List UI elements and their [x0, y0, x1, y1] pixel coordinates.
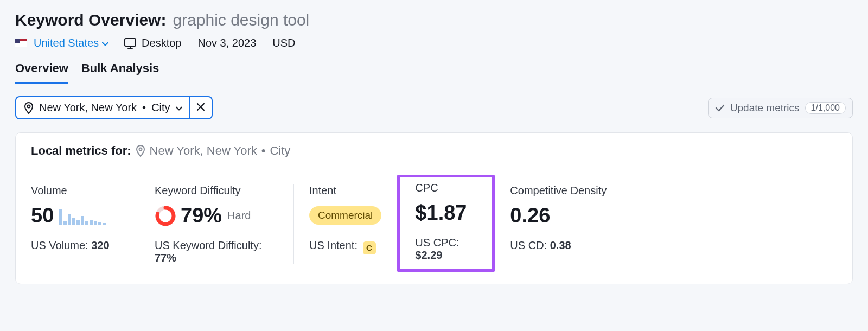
metric-keyword-difficulty: Keyword Difficulty 79% Hard US Keyword D… — [139, 184, 294, 264]
metric-sub-value: 77% — [155, 252, 176, 264]
intent-badge: C — [363, 241, 376, 254]
metric-sub-label: US Intent: — [309, 239, 361, 251]
svg-rect-6 — [72, 218, 75, 225]
metric-sub: US Intent: C — [309, 239, 381, 254]
metric-label: Competitive Density — [510, 184, 822, 197]
country-selector[interactable]: United States — [15, 37, 107, 49]
svg-rect-5 — [68, 214, 71, 225]
metric-descriptor: Hard — [227, 209, 251, 222]
svg-rect-13 — [103, 223, 106, 225]
location-filter-group: New York, New York • City — [15, 96, 213, 119]
update-metrics-button[interactable]: Update metrics 1/1,000 — [708, 98, 853, 118]
metric-sub: US Keyword Difficulty: 77% — [155, 239, 278, 264]
metric-value: $1.87 — [415, 202, 467, 223]
local-metrics-card: Local metrics for: New York, New York • … — [15, 132, 853, 284]
intent-pill: Commercial — [309, 206, 381, 225]
metric-volume: Volume 50 — [31, 184, 139, 264]
svg-rect-11 — [94, 221, 97, 225]
filters-row: United States Desktop Nov 3, 2023 USD — [15, 37, 853, 49]
metric-sub: US CD: 0.38 — [510, 239, 822, 252]
dot-separator: • — [142, 101, 146, 114]
device-label: Desktop — [142, 37, 181, 49]
card-header-prefix: Local metrics for: — [31, 144, 131, 158]
svg-rect-10 — [90, 220, 93, 225]
metric-sub-label: US CPC: — [415, 237, 459, 249]
metric-label: CPC — [415, 182, 477, 194]
metric-cpc: CPC $1.87 US CPC: $2.29 — [397, 175, 495, 272]
page-title-keyword: graphic design tool — [173, 11, 309, 29]
svg-rect-3 — [59, 209, 62, 225]
update-metrics-label: Update metrics — [730, 102, 800, 114]
update-metrics-counter: 1/1,000 — [805, 102, 846, 114]
tab-bulk-analysis[interactable]: Bulk Analysis — [81, 61, 159, 84]
svg-rect-7 — [76, 220, 80, 225]
metric-value: 79% — [181, 205, 222, 226]
pin-icon — [24, 102, 34, 114]
chevron-down-icon — [102, 42, 107, 45]
date-label: Nov 3, 2023 — [197, 37, 256, 49]
chevron-down-icon — [176, 106, 181, 110]
card-header: Local metrics for: New York, New York • … — [16, 133, 852, 169]
close-icon — [196, 103, 205, 113]
tab-overview[interactable]: Overview — [15, 61, 68, 84]
metric-sub-label: US CD: — [510, 239, 550, 251]
country-label: United States — [34, 37, 99, 49]
clear-location-button[interactable] — [190, 96, 213, 119]
tabs: Overview Bulk Analysis — [15, 61, 853, 84]
us-flag-icon — [15, 39, 27, 47]
device-selector[interactable]: Desktop — [124, 37, 181, 49]
svg-rect-8 — [81, 216, 84, 225]
location-text: New York, New York — [39, 101, 137, 114]
svg-rect-12 — [98, 222, 101, 225]
card-header-location: New York, New York — [150, 144, 257, 158]
metric-label: Keyword Difficulty — [155, 184, 278, 197]
metric-sub-value: 320 — [91, 239, 109, 251]
svg-rect-4 — [63, 221, 67, 225]
page-header: Keyword Overview: graphic design tool — [15, 11, 853, 29]
controls-row: New York, New York • City Update metrics… — [15, 96, 853, 119]
page-title-prefix: Keyword Overview: — [15, 11, 166, 29]
svg-point-1 — [28, 105, 30, 107]
metric-value: 0.26 — [510, 205, 550, 226]
location-level: City — [151, 101, 170, 114]
svg-rect-9 — [85, 221, 88, 225]
metric-sub-label: US Volume: — [31, 239, 91, 251]
metric-sub: US Volume: 320 — [31, 239, 124, 252]
metric-competitive-density: Competitive Density 0.26 US CD: 0.38 — [495, 184, 837, 264]
dot-separator: • — [261, 144, 266, 158]
desktop-icon — [124, 37, 137, 49]
metrics-row: Volume 50 — [16, 169, 852, 284]
svg-rect-0 — [125, 39, 136, 46]
sparkline-icon — [59, 206, 108, 225]
metric-sub-label: US Keyword Difficulty: — [155, 239, 261, 251]
metric-label: Intent — [309, 184, 381, 197]
check-icon — [715, 104, 725, 112]
pin-icon — [136, 145, 145, 157]
metric-label: Volume — [31, 184, 124, 197]
location-filter[interactable]: New York, New York • City — [15, 96, 190, 119]
metric-sub-value: $2.29 — [415, 249, 442, 261]
metric-sub-value: 0.38 — [550, 239, 571, 251]
svg-point-2 — [139, 148, 142, 151]
currency-label: USD — [272, 37, 295, 49]
metric-intent: Intent Commercial US Intent: C — [294, 184, 397, 264]
difficulty-ring-icon — [155, 205, 175, 226]
metric-value: 50 — [31, 205, 54, 226]
metric-sub: US CPC: $2.29 — [415, 237, 477, 262]
card-header-level: City — [270, 144, 290, 158]
